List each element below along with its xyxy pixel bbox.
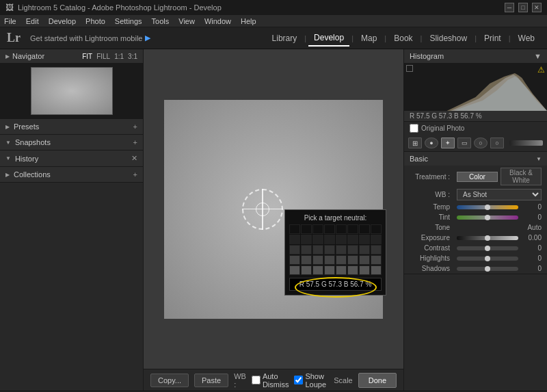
color-cell[interactable]: [371, 245, 382, 254]
color-cell[interactable]: [359, 255, 370, 265]
color-cell[interactable]: [312, 255, 323, 265]
tool-opacity-slider[interactable]: [509, 140, 543, 146]
color-cell[interactable]: [324, 245, 335, 254]
presets-header[interactable]: ▶ Presets +: [0, 119, 143, 134]
color-cell[interactable]: [359, 224, 370, 234]
contrast-slider[interactable]: [457, 246, 518, 250]
color-cell[interactable]: [347, 224, 358, 234]
color-cell[interactable]: [312, 224, 323, 234]
tab-book[interactable]: Book: [388, 31, 418, 46]
shadows-slider-thumb[interactable]: [485, 266, 490, 272]
tab-library[interactable]: Library: [267, 31, 303, 46]
color-cell[interactable]: [289, 255, 300, 265]
color-cell[interactable]: [289, 265, 300, 275]
color-cell[interactable]: [289, 245, 300, 254]
radial-filter-tool[interactable]: ○: [474, 138, 488, 148]
color-cell[interactable]: [371, 255, 382, 265]
window-controls[interactable]: ─ □ ✕: [505, 3, 542, 12]
zoom-fit[interactable]: FIT: [82, 53, 92, 60]
tab-slideshow[interactable]: Slideshow: [424, 31, 472, 46]
auto-dismiss-checkbox-group[interactable]: Auto Dismiss: [252, 372, 289, 389]
color-cell[interactable]: [371, 235, 382, 244]
color-cell[interactable]: [336, 255, 347, 265]
color-cell[interactable]: [336, 245, 347, 254]
color-cell[interactable]: [324, 265, 335, 275]
menu-edit[interactable]: Edit: [26, 17, 39, 25]
color-cell[interactable]: [347, 265, 358, 275]
menu-file[interactable]: File: [4, 17, 16, 25]
original-photo-checkbox[interactable]: [410, 124, 418, 133]
history-header[interactable]: ▼ History ✕: [0, 151, 143, 166]
show-loupe-checkbox-group[interactable]: Show Loupe: [294, 372, 328, 389]
presets-add-icon[interactable]: +: [133, 122, 137, 131]
color-cell[interactable]: [301, 224, 312, 234]
color-cell[interactable]: [324, 235, 335, 244]
menu-help[interactable]: Help: [241, 17, 256, 25]
color-cell[interactable]: [359, 245, 370, 254]
color-cell[interactable]: [312, 245, 323, 254]
menu-develop[interactable]: Develop: [49, 17, 76, 25]
color-cell[interactable]: [301, 245, 312, 254]
crop-tool[interactable]: ⊞: [408, 138, 422, 148]
maximize-button[interactable]: □: [518, 3, 528, 12]
close-button[interactable]: ✕: [532, 3, 542, 12]
minimize-button[interactable]: ─: [505, 3, 514, 12]
photo-area[interactable]: Pick a target neutral:: [144, 49, 403, 369]
color-cell[interactable]: [324, 224, 335, 234]
color-cell[interactable]: [324, 255, 335, 265]
highlights-slider-thumb[interactable]: [485, 256, 490, 261]
treatment-color-button[interactable]: Color: [457, 172, 498, 182]
snapshots-add-icon[interactable]: +: [133, 138, 137, 146]
spot-removal-tool[interactable]: ●: [425, 138, 438, 148]
white-balance-tool[interactable]: ✦: [441, 138, 455, 148]
history-close-icon[interactable]: ✕: [131, 154, 137, 163]
collections-add-icon[interactable]: +: [133, 170, 137, 179]
temp-slider-thumb[interactable]: [485, 205, 490, 210]
temp-slider[interactable]: [457, 205, 518, 209]
color-cell[interactable]: [336, 224, 347, 234]
navigator-header[interactable]: ▶ Navigator FIT FILL 1:1 3:1: [0, 49, 143, 64]
exposure-slider[interactable]: [457, 236, 518, 240]
zoom-3-1[interactable]: 3:1: [128, 53, 137, 60]
tab-map[interactable]: Map: [356, 31, 382, 46]
white-balance-crosshair[interactable]: [242, 189, 283, 230]
color-cell[interactable]: [336, 265, 347, 275]
color-cell[interactable]: [312, 265, 323, 275]
color-cell[interactable]: [347, 235, 358, 244]
contrast-slider-thumb[interactable]: [485, 246, 490, 251]
treatment-bw-button[interactable]: Black & White: [501, 168, 542, 185]
tone-auto-link[interactable]: Auto: [454, 224, 542, 231]
tab-print[interactable]: Print: [479, 31, 507, 46]
color-cell[interactable]: [289, 235, 300, 244]
basic-header[interactable]: Basic ▼: [404, 152, 547, 166]
mobile-prompt[interactable]: Get started with Lightroom mobile ▶: [30, 34, 267, 42]
color-cell[interactable]: [336, 235, 347, 244]
collections-header[interactable]: ▶ Collections +: [0, 167, 143, 182]
color-cell[interactable]: [301, 265, 312, 275]
exposure-slider-thumb[interactable]: [485, 235, 490, 241]
snapshots-header[interactable]: ▼ Snapshots +: [0, 135, 143, 150]
menu-photo[interactable]: Photo: [85, 17, 105, 25]
color-cell[interactable]: [371, 224, 382, 234]
histogram-menu-icon[interactable]: ▼: [534, 52, 542, 60]
color-cell[interactable]: [301, 255, 312, 265]
wb-select[interactable]: As Shot Auto Daylight Cloudy Custom: [457, 189, 542, 200]
histogram-header[interactable]: Histogram ▼: [404, 49, 547, 63]
done-button[interactable]: Done: [358, 373, 397, 388]
tab-web[interactable]: Web: [513, 31, 540, 46]
menu-window[interactable]: Window: [204, 17, 231, 25]
highlights-slider[interactable]: [457, 257, 518, 261]
color-cell[interactable]: [289, 224, 300, 234]
color-cell[interactable]: [347, 255, 358, 265]
auto-dismiss-checkbox[interactable]: [252, 376, 261, 384]
color-cell[interactable]: [359, 265, 370, 275]
menu-settings[interactable]: Settings: [115, 17, 142, 25]
color-cell[interactable]: [359, 235, 370, 244]
tab-develop[interactable]: Develop: [308, 30, 349, 47]
color-cell[interactable]: [371, 265, 382, 275]
zoom-fill[interactable]: FILL: [96, 53, 110, 60]
adjustment-brush-tool[interactable]: ○: [490, 138, 504, 148]
menu-view[interactable]: View: [178, 17, 195, 25]
color-cell[interactable]: [301, 235, 312, 244]
tint-slider-thumb[interactable]: [485, 215, 490, 220]
